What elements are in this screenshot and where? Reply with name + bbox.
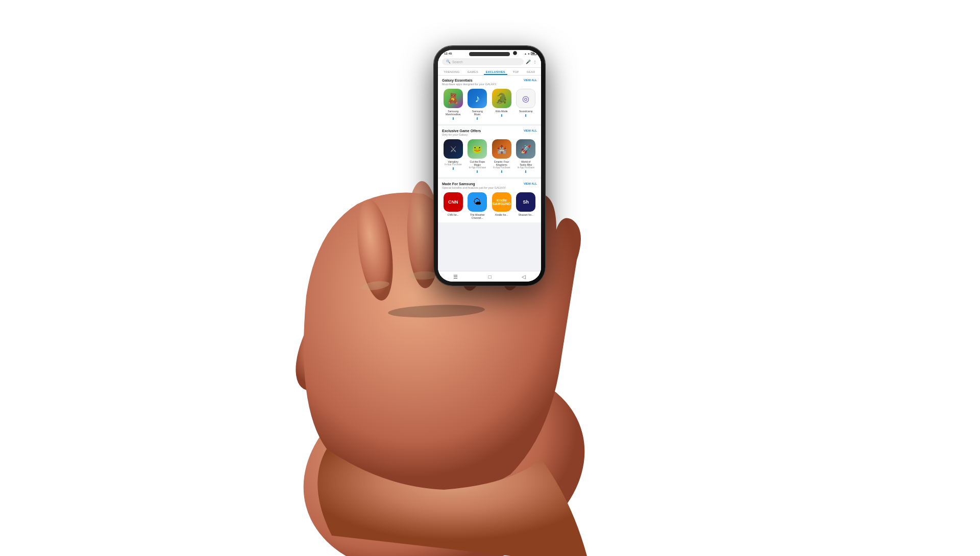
galaxy-essentials-section: Galaxy Essentials Must-have apps designe…: [438, 75, 541, 124]
game-offers-section: Exclusive Game Offers Only for your Gala…: [438, 126, 541, 177]
app-sub-vainglory: In-App Purchase: [445, 163, 462, 166]
app-name-tanks: World ofTanks Blitz: [520, 160, 532, 166]
status-time: 12:45: [444, 52, 452, 55]
app-item-cnn[interactable]: CNN CNN for...: [442, 192, 464, 219]
app-sub-rope: In-App Purchase: [469, 166, 486, 169]
app-name-kids: Kids Mode: [496, 110, 508, 113]
section-info-samsung: Made For Samsung Special benefits and fe…: [442, 182, 506, 189]
section-header-games: Exclusive Game Offers Only for your Gala…: [442, 129, 537, 136]
download-icon-kids[interactable]: ⬇: [500, 114, 503, 118]
signal-icon: ▲: [524, 52, 527, 55]
download-icon-rope[interactable]: ⬇: [476, 170, 479, 174]
nav-home-button[interactable]: □: [488, 274, 491, 280]
app-icon-kindle: kindleSAMSUNG: [492, 192, 511, 212]
app-icon-vainglory: ⚔: [444, 139, 463, 159]
status-icons: ▲ ◈: [524, 52, 537, 55]
cnn-label: CNN: [448, 200, 458, 205]
download-icon-soundcamp[interactable]: ⬇: [524, 114, 527, 118]
battery-icon: [531, 52, 537, 55]
app-name-rope: Cut the RopeMagic: [470, 160, 485, 166]
app-name-music: SamsungMusic: [472, 110, 483, 116]
kindle-label: kindleSAMSUNG: [493, 198, 511, 206]
app-item-rope[interactable]: 🐸 Cut the RopeMagic In-App Purchase ⬇: [467, 139, 489, 174]
nav-back-button[interactable]: ◁: [522, 274, 526, 280]
app-icon-cnn: CNN: [444, 192, 463, 212]
screen-content: 12:45 ▲ ◈ 🔍 Search 🎤: [438, 50, 541, 282]
app-sub-empire: In-App Purchase: [493, 166, 510, 169]
phone-speaker: [469, 52, 510, 56]
section-header-samsung: Made For Samsung Special benefits and fe…: [442, 182, 537, 189]
download-icon-tanks[interactable]: ⬇: [524, 170, 527, 174]
view-all-samsung[interactable]: VIEW ALL: [524, 182, 537, 185]
tab-trending[interactable]: TRENDING: [442, 68, 461, 75]
section-subtitle-games: Only for your Galaxy: [442, 133, 481, 136]
search-icon: 🔍: [446, 60, 451, 64]
download-icon-marshmallow[interactable]: ⬇: [452, 117, 455, 121]
essentials-app-grid: 🧸 SamsungMarshmallow ⬇ ♪ SamsungMusic: [442, 89, 537, 121]
tab-exclusives[interactable]: EXCLUSIVES: [484, 68, 507, 75]
app-name-empire: Empire: FourKingdoms: [494, 160, 509, 166]
mic-icon[interactable]: 🎤: [526, 60, 531, 64]
nav-tabs: TRENDING GAMES EXCLUSIVES TOP GEAR: [438, 68, 541, 75]
app-name-shazam: Shazam for...: [519, 213, 533, 216]
tab-games[interactable]: GAMES: [465, 68, 480, 75]
section-subtitle-samsung: Special benefits and features just for y…: [442, 186, 506, 189]
app-item-music[interactable]: ♪ SamsungMusic ⬇: [467, 89, 489, 121]
section-info-essentials: Galaxy Essentials Must-have apps designe…: [442, 79, 497, 86]
bottom-nav: ☰ □ ◁: [438, 271, 541, 282]
wifi-icon: ◈: [528, 52, 530, 55]
search-input-area[interactable]: 🔍 Search: [442, 58, 524, 65]
app-icon-rope: 🐸: [468, 139, 487, 159]
phone-camera: [513, 51, 517, 55]
app-item-kindle[interactable]: kindleSAMSUNG Kindle for...: [491, 192, 513, 219]
download-icon-empire[interactable]: ⬇: [500, 170, 503, 174]
search-placeholder: Search: [452, 60, 463, 64]
made-for-samsung-section: Made For Samsung Special benefits and fe…: [438, 179, 541, 222]
app-item-empire[interactable]: 🏰 Empire: FourKingdoms In-App Purchase ⬇: [491, 139, 513, 174]
view-all-games[interactable]: VIEW ALL: [524, 129, 537, 132]
app-name-weather: The WeatherChannel...: [470, 213, 485, 219]
app-item-weather[interactable]: 🌤 The WeatherChannel...: [467, 192, 489, 219]
svg-point-3: [352, 197, 398, 303]
tab-top[interactable]: TOP: [511, 68, 521, 75]
download-icon-vainglory[interactable]: ⬇: [452, 167, 455, 171]
app-item-shazam[interactable]: Sh Shazam for...: [515, 192, 537, 219]
section-subtitle-essentials: Must-have apps designed for your GALAXY.: [442, 83, 497, 86]
app-item-marshmallow[interactable]: 🧸 SamsungMarshmallow ⬇: [442, 89, 464, 121]
section-title-samsung: Made For Samsung: [442, 182, 506, 186]
phone-device: 12:45 ▲ ◈ 🔍 Search 🎤: [434, 46, 545, 286]
svg-point-0: [280, 334, 608, 556]
section-info-games: Exclusive Game Offers Only for your Gala…: [442, 129, 481, 136]
more-options-icon[interactable]: ⋮: [533, 60, 537, 64]
app-icon-soundcamp: ◎: [516, 89, 535, 108]
app-icon-weather: 🌤: [468, 192, 487, 212]
app-name-cnn: CNN for...: [448, 213, 459, 216]
search-bar[interactable]: 🔍 Search 🎤 ⋮: [438, 56, 541, 68]
tab-gear[interactable]: GEAR: [525, 68, 537, 75]
main-scroll-area[interactable]: Galaxy Essentials Must-have apps designe…: [438, 75, 541, 271]
phone-screen: 12:45 ▲ ◈ 🔍 Search 🎤: [438, 50, 541, 282]
svg-point-7: [360, 280, 390, 292]
games-app-grid: ⚔ Vainglory In-App Purchase ⬇ 🐸: [442, 139, 537, 174]
app-item-soundcamp[interactable]: ◎ Soundcamp ⬇: [515, 89, 537, 121]
app-item-tanks[interactable]: 🚀 World ofTanks Blitz In-App Purchase ⬇: [515, 139, 537, 174]
svg-point-2: [388, 208, 439, 323]
nav-recents-button[interactable]: ☰: [453, 274, 458, 280]
view-all-essentials[interactable]: VIEW ALL: [524, 79, 537, 82]
battery-fill: [532, 53, 535, 54]
app-name-soundcamp: Soundcamp: [519, 110, 533, 113]
svg-point-10: [388, 304, 485, 319]
app-name-marshmallow: SamsungMarshmallow: [446, 110, 460, 116]
download-icon-music[interactable]: ⬇: [476, 117, 479, 121]
section-header-essentials: Galaxy Essentials Must-have apps designe…: [442, 79, 537, 86]
app-icon-shazam: Sh: [516, 192, 535, 212]
app-icon-tanks: 🚀: [516, 139, 535, 159]
app-sub-tanks: In-App Purchase: [517, 166, 534, 169]
svg-point-1: [279, 260, 394, 403]
app-item-kids[interactable]: 🐊 Kids Mode ⬇: [491, 89, 513, 121]
app-item-vainglory[interactable]: ⚔ Vainglory In-App Purchase ⬇: [442, 139, 464, 174]
samsung-app-grid: CNN CNN for... 🌤 The WeatherChannel...: [442, 192, 537, 219]
shazam-label: Sh: [523, 200, 529, 205]
app-icon-music: ♪: [468, 89, 487, 108]
app-name-kindle: Kindle for...: [495, 213, 508, 216]
